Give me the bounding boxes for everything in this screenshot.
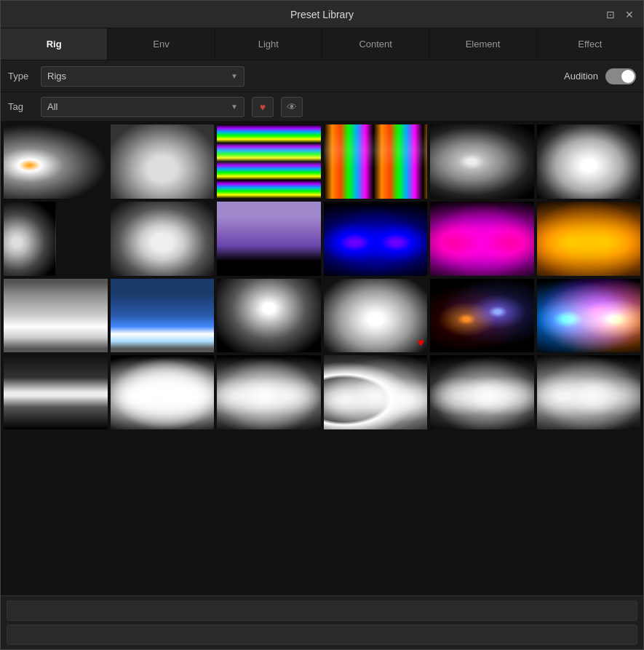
type-row: Type Rigs ▼ Audition <box>1 60 643 92</box>
title-bar: Preset Library ⊡ ✕ <box>1 1 643 28</box>
tab-light[interactable]: Light <box>215 28 322 60</box>
tag-dropdown[interactable]: All ▼ <box>41 97 245 117</box>
window-title: Preset Library <box>290 9 354 20</box>
preset-cell-13[interactable] <box>4 279 108 353</box>
bottom-bar-2 <box>7 625 637 645</box>
preset-cell-11[interactable] <box>430 202 534 276</box>
restore-button[interactable]: ⊡ <box>604 8 617 21</box>
preset-cell-24[interactable] <box>537 355 641 429</box>
preset-cell-5[interactable] <box>430 124 534 199</box>
preset-cell-14[interactable] <box>111 279 215 353</box>
audition-label: Audition <box>564 71 598 82</box>
tag-label: Tag <box>8 101 33 112</box>
tag-row: Tag All ▼ ♥ 👁 <box>1 92 643 122</box>
favorites-filter-button[interactable]: ♥ <box>252 97 274 117</box>
preset-cell-23[interactable] <box>430 355 534 429</box>
preset-cell-6[interactable] <box>537 124 641 199</box>
close-button[interactable]: ✕ <box>623 8 636 21</box>
preset-grid: ♥ <box>4 124 640 429</box>
eye-filter-button[interactable]: 👁 <box>281 97 303 117</box>
heart-badge-16: ♥ <box>418 336 425 349</box>
preset-cell-1[interactable] <box>4 124 108 199</box>
dropdown-arrow-icon: ▼ <box>231 72 238 80</box>
preset-cell-21[interactable] <box>217 355 321 429</box>
tab-element[interactable]: Element <box>429 28 536 60</box>
heart-icon: ♥ <box>260 101 266 113</box>
tag-dropdown-arrow-icon: ▼ <box>231 103 238 111</box>
preset-cell-8[interactable] <box>111 202 215 276</box>
tag-value: All <box>47 101 57 112</box>
tab-effect[interactable]: Effect <box>537 28 643 60</box>
preset-cell-10[interactable] <box>324 202 428 276</box>
eye-icon: 👁 <box>287 101 297 113</box>
type-dropdown[interactable]: Rigs ▼ <box>41 66 245 87</box>
tab-content[interactable]: Content <box>322 28 429 60</box>
preset-cell-4[interactable] <box>324 124 428 199</box>
preset-cell-7[interactable] <box>4 202 108 276</box>
preset-cell-2[interactable] <box>111 124 215 199</box>
preset-cell-18[interactable] <box>537 279 641 353</box>
type-value: Rigs <box>47 71 66 82</box>
preset-cell-17[interactable] <box>430 279 534 353</box>
tab-rig[interactable]: Rig <box>1 28 108 60</box>
audition-toggle[interactable] <box>605 68 636 84</box>
type-label: Type <box>8 71 33 82</box>
preset-cell-16[interactable]: ♥ <box>324 279 428 353</box>
preset-grid-container[interactable]: ♥ <box>1 122 643 595</box>
preset-library-window: Preset Library ⊡ ✕ Rig Env Light Content… <box>0 0 644 650</box>
preset-cell-9[interactable] <box>217 202 321 276</box>
tabs-bar: Rig Env Light Content Element Effect <box>1 28 643 60</box>
tab-env[interactable]: Env <box>108 28 215 60</box>
preset-cell-20[interactable] <box>111 355 215 429</box>
bottom-bars <box>1 595 643 649</box>
bottom-bar-1 <box>7 601 637 621</box>
preset-cell-15[interactable] <box>217 279 321 353</box>
title-bar-controls: ⊡ ✕ <box>604 8 636 21</box>
preset-cell-22[interactable] <box>324 355 428 429</box>
preset-cell-12[interactable] <box>537 202 641 276</box>
toggle-knob <box>621 70 635 83</box>
preset-cell-3[interactable] <box>217 124 321 199</box>
preset-cell-19[interactable] <box>4 355 108 429</box>
